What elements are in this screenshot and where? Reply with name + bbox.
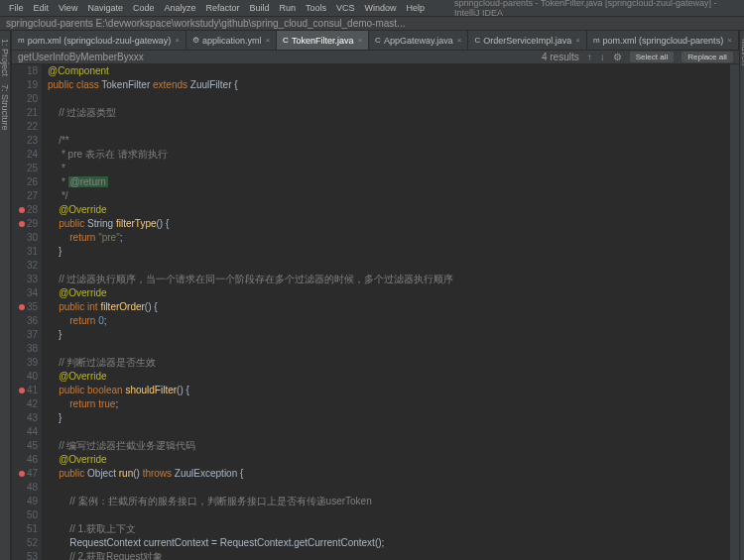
members-bar: getUserInfoByMemberByxxx 4 results ↑↓⚙ S… <box>12 51 739 64</box>
menu-vcs[interactable]: VCS <box>331 3 360 13</box>
replace-all-button[interactable]: Replace all <box>682 52 733 62</box>
breadcrumb: springcloud-parents E:\devworkspace\work… <box>0 17 744 31</box>
menu-file[interactable]: File <box>4 3 29 13</box>
editor-area: mpom.xml (springcloud-zuul-gateway)×⚙app… <box>12 31 739 560</box>
editor-tabs[interactable]: mpom.xml (springcloud-zuul-gateway)×⚙app… <box>12 31 739 51</box>
menu-analyze[interactable]: Analyze <box>159 3 200 13</box>
select-all-button[interactable]: Select all <box>630 52 674 62</box>
results-count: 4 results <box>542 52 579 62</box>
menu-window[interactable]: Window <box>360 3 402 13</box>
close-icon[interactable]: × <box>727 36 732 45</box>
close-icon[interactable]: × <box>575 36 580 45</box>
menu-navigate[interactable]: Navigate <box>82 3 128 13</box>
line-gutter[interactable]: 1819202122232425262728293031323334353637… <box>12 64 42 560</box>
editor-tab[interactable]: CAppGateway.java× <box>369 31 468 51</box>
menu-refactor[interactable]: Refactor <box>200 3 244 13</box>
project-tool-button[interactable]: 1: Project <box>0 39 10 76</box>
menu-help[interactable]: Help <box>402 3 431 13</box>
window-title: springcloud-parents - TokenFilter.java [… <box>449 0 740 18</box>
menu-view[interactable]: View <box>54 3 82 13</box>
menubar: FileEditViewNavigateCodeAnalyzeRefactorB… <box>0 0 744 17</box>
editor-tab[interactable]: mpom.xml (springcloud-parents)× <box>587 31 739 51</box>
close-icon[interactable]: × <box>265 36 270 45</box>
editor-tab[interactable]: COrderServiceImpl.java× <box>468 31 586 51</box>
close-icon[interactable]: × <box>357 36 362 45</box>
menu-code[interactable]: Code <box>128 3 160 13</box>
menu-tools[interactable]: Tools <box>301 3 331 13</box>
menu-edit[interactable]: Edit <box>29 3 55 13</box>
left-tool-stripe: 1: Project 7: Structure <box>0 31 11 560</box>
close-icon[interactable]: × <box>457 36 462 45</box>
maven-tool-button[interactable]: Maven <box>740 39 744 65</box>
editor-tab[interactable]: mpom.xml (springcloud-zuul-gateway)× <box>12 31 186 51</box>
structure-tool-button[interactable]: 7: Structure <box>0 84 10 131</box>
editor-tab[interactable]: ⚙application.yml× <box>186 31 277 51</box>
menu-run[interactable]: Run <box>275 3 302 13</box>
menu-build[interactable]: Build <box>244 3 274 13</box>
close-icon[interactable]: × <box>175 36 180 45</box>
right-tool-stripe: Maven <box>739 31 744 560</box>
error-stripe <box>729 64 739 560</box>
code-editor[interactable]: @Componentpublic class TokenFilter exten… <box>42 64 729 560</box>
editor-tab[interactable]: CTokenFilter.java× <box>277 31 369 51</box>
